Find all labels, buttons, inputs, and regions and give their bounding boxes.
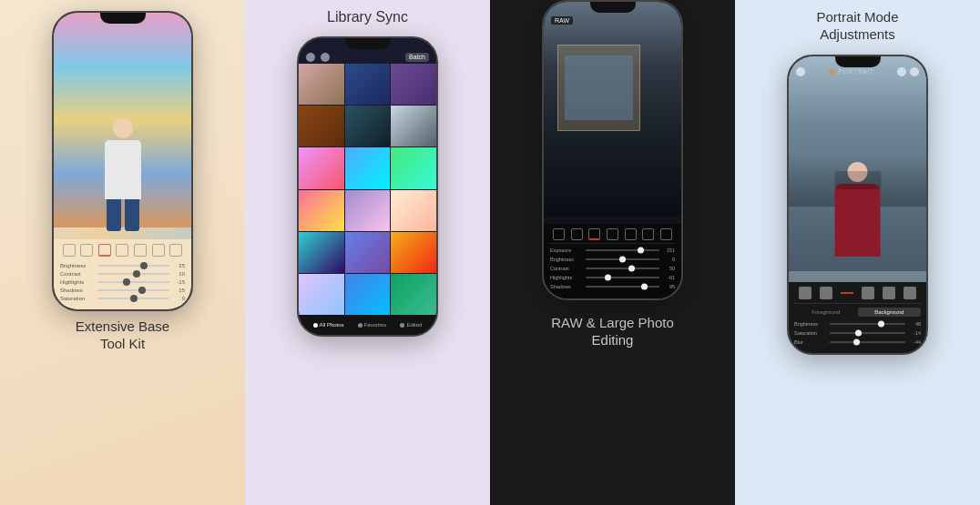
contrast-track [97,273,169,275]
portrait-saturation-thumb [855,329,862,336]
crop-icon-4 [799,287,812,299]
photo-cell-5 [345,106,391,146]
portrait-photo-bg [789,56,926,271]
shadows-label: Shadows [60,288,95,293]
phone-screen-4: PORTRAIT [789,56,926,353]
brush-icon-4 [862,287,874,299]
portrait-blur-label: Blur [794,339,827,345]
body [105,140,141,199]
portrait-saturation-label: Saturation [794,330,827,336]
saturation-value: 0 [172,296,185,301]
saturation-thumb [130,295,138,302]
saturation-track [97,298,169,299]
brightness-label-3: Brightness [550,257,583,262]
frame-icon [152,244,165,257]
panel-1-title: Extensive Base Tool Kit [76,318,169,353]
brightness-thumb [140,262,148,269]
exposure-value: 151 [662,247,675,253]
phone-mockup-4: PORTRAIT [787,55,928,355]
highlights-track [97,281,169,283]
portrait-blur-track [830,341,905,343]
portrait-body-detail [834,171,881,189]
sync-icon [321,53,330,62]
portrait-saturation-track [830,332,905,334]
contrast-thumb [133,270,140,278]
highlights-row-3: Highlights -61 [550,275,675,280]
photo-cell-8 [345,147,391,188]
highlights-thumb [123,278,130,286]
fg-bg-tabs: Foreground Background [794,308,921,317]
brightness-label: Brightness [60,263,95,268]
background-tab[interactable]: Background [858,308,922,317]
exposure-label: Exposure [550,247,583,253]
phone-screen-1: Brightness 25 Contrast 10 [54,13,191,309]
filter-icon [98,244,111,257]
portrait-top-nav: PORTRAIT [789,67,926,76]
shadows-row: Shadows 15 [60,288,185,293]
highlights-value: -15 [172,279,185,285]
portrait-brightness-label: Brightness [794,321,827,327]
portrait-brightness-value: 48 [908,321,921,327]
more-icon [897,67,906,76]
portrait-blur-row: Blur -44 [794,339,921,345]
favorites-label: Favorites [364,322,387,328]
leg-left [107,199,121,231]
shadows-row-3: Shadows 95 [550,284,675,289]
photo-cell-12 [391,190,436,231]
all-photos-label: All Photos [320,322,344,328]
photo-cell-17 [345,274,391,315]
phone-bg-4: PORTRAIT [789,56,926,353]
batch-button[interactable]: Batch [405,53,429,62]
shadows-track [97,289,169,291]
shadows-value-3: 95 [662,284,675,289]
raw-icon-row [550,228,675,244]
foreground-tab[interactable]: Foreground [794,308,858,317]
photo-cell-16 [299,274,344,315]
brush-icon [116,244,128,257]
crop-icon [63,244,76,257]
portrait-controls: Foreground Background Brightness 48 [789,282,926,353]
bottom-tab-bar: All Photos Favorites Edited [299,315,436,335]
phone-mockup-3: RAW Exposure [542,0,683,300]
top-right-icons [897,67,919,76]
phone-mockup-1: Brightness 25 Contrast 10 [52,11,193,311]
portrait-saturation-row: Saturation -14 [794,330,921,336]
phone-bg-1: Brightness 25 Contrast 10 [54,13,191,309]
brightness-track [97,265,169,267]
raw-badge: RAW [551,16,573,25]
brightness-row-3: Brightness 0 [550,257,675,262]
portrait-icon-row [794,287,921,304]
brightness-track-3 [586,258,659,260]
compare-icon-3 [571,228,583,240]
compare-icon [80,244,93,257]
photo-cell-14 [345,232,391,273]
photo-cell-1 [299,64,344,105]
photo-cell-15 [391,232,436,273]
settings-icon [306,53,315,62]
light-icon-3 [625,228,637,240]
favorites-tab[interactable]: Favorites [358,322,387,328]
edited-tab[interactable]: Edited [400,322,422,328]
contrast-row-3: Contrast 50 [550,266,675,271]
all-photos-tab[interactable]: All Photos [313,322,344,328]
shadows-track-3 [586,286,659,288]
photo-cell-2 [345,64,391,105]
highlights-value-3: -61 [662,275,675,280]
shadows-value: 15 [172,288,185,293]
shadows-label-3: Shadows [550,284,583,289]
phone-mockup-2: Batch [297,36,438,337]
contrast-value-3: 50 [662,266,675,271]
exposure-thumb [638,247,644,254]
portrait-person [832,162,883,271]
brightness-value: 25 [172,263,185,268]
phone-screen-3: RAW Exposure [544,2,681,298]
portrait-brightness-track [830,323,905,325]
photo-cell-18 [391,274,436,315]
edit-icon [400,323,404,328]
photo-cell-3 [391,64,436,105]
highlights-label: Highlights [60,279,95,285]
contrast-label: Contrast [60,271,95,277]
portrait-body [835,184,881,257]
person [100,118,146,227]
highlights-thumb-3 [605,275,611,281]
